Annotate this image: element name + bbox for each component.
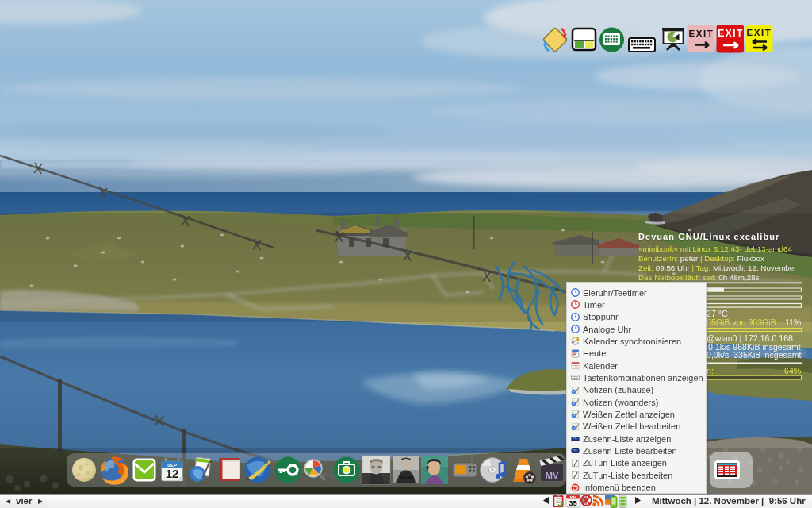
- svg-text:EXIT: EXIT: [747, 28, 772, 37]
- svg-text:MV: MV: [546, 471, 559, 480]
- svg-text:35: 35: [569, 498, 577, 507]
- svg-text:12: 12: [166, 467, 179, 480]
- svg-text:EXIT: EXIT: [689, 29, 714, 38]
- svg-text:EXIT: EXIT: [718, 28, 743, 39]
